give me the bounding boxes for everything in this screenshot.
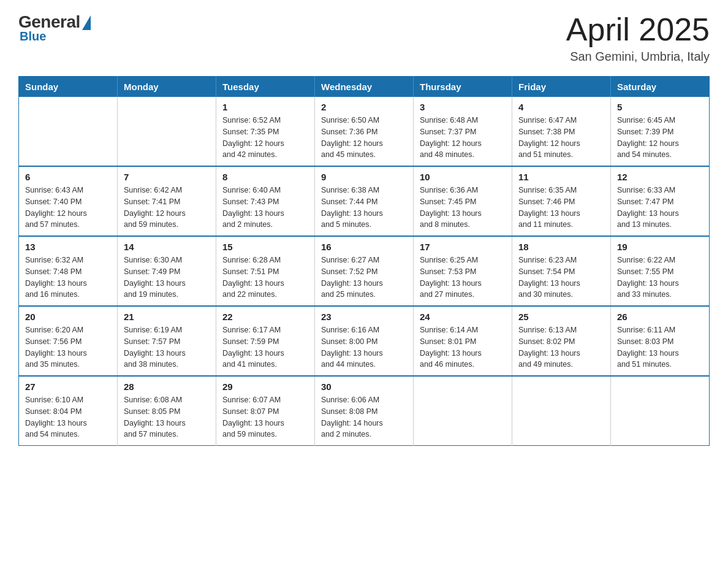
day-info: Sunrise: 6:07 AM Sunset: 8:07 PM Dayligh…	[222, 394, 308, 440]
day-info: Sunrise: 6:25 AM Sunset: 7:53 PM Dayligh…	[420, 255, 506, 301]
calendar-cell: 29Sunrise: 6:07 AM Sunset: 8:07 PM Dayli…	[216, 376, 315, 446]
location-text: San Gemini, Umbria, Italy	[566, 50, 710, 64]
day-info: Sunrise: 6:06 AM Sunset: 8:08 PM Dayligh…	[321, 394, 407, 440]
day-number: 25	[518, 312, 604, 322]
calendar-cell	[19, 97, 118, 166]
day-number: 28	[124, 381, 210, 392]
day-info: Sunrise: 6:10 AM Sunset: 8:04 PM Dayligh…	[25, 394, 111, 440]
calendar-day-header: Monday	[118, 77, 216, 98]
calendar-cell: 28Sunrise: 6:08 AM Sunset: 8:05 PM Dayli…	[118, 376, 216, 446]
day-number: 11	[518, 172, 604, 182]
calendar-cell: 25Sunrise: 6:13 AM Sunset: 8:02 PM Dayli…	[512, 306, 611, 376]
calendar-cell: 4Sunrise: 6:47 AM Sunset: 7:38 PM Daylig…	[512, 97, 611, 166]
calendar-cell: 17Sunrise: 6:25 AM Sunset: 7:53 PM Dayli…	[414, 236, 512, 306]
day-number: 3	[420, 102, 506, 112]
calendar-cell: 12Sunrise: 6:33 AM Sunset: 7:47 PM Dayli…	[611, 166, 710, 236]
day-info: Sunrise: 6:30 AM Sunset: 7:49 PM Dayligh…	[124, 255, 210, 301]
calendar-cell: 11Sunrise: 6:35 AM Sunset: 7:46 PM Dayli…	[512, 166, 611, 236]
day-number: 21	[124, 312, 210, 322]
logo-triangle-icon	[82, 15, 91, 30]
day-number: 14	[124, 242, 210, 252]
calendar-cell: 18Sunrise: 6:23 AM Sunset: 7:54 PM Dayli…	[512, 236, 611, 306]
day-number: 19	[617, 242, 703, 252]
calendar-week-row: 1Sunrise: 6:52 AM Sunset: 7:35 PM Daylig…	[19, 97, 710, 166]
day-info: Sunrise: 6:28 AM Sunset: 7:51 PM Dayligh…	[222, 255, 308, 301]
calendar-cell: 15Sunrise: 6:28 AM Sunset: 7:51 PM Dayli…	[216, 236, 315, 306]
calendar-cell: 24Sunrise: 6:14 AM Sunset: 8:01 PM Dayli…	[414, 306, 512, 376]
day-number: 13	[25, 242, 111, 252]
day-number: 29	[222, 381, 308, 392]
calendar-table: SundayMondayTuesdayWednesdayThursdayFrid…	[18, 76, 710, 446]
calendar-day-header: Tuesday	[216, 77, 315, 98]
calendar-cell: 27Sunrise: 6:10 AM Sunset: 8:04 PM Dayli…	[19, 376, 118, 446]
calendar-week-row: 13Sunrise: 6:32 AM Sunset: 7:48 PM Dayli…	[19, 236, 710, 306]
calendar-cell	[512, 376, 611, 446]
calendar-cell: 30Sunrise: 6:06 AM Sunset: 8:08 PM Dayli…	[315, 376, 414, 446]
day-number: 12	[617, 172, 703, 182]
day-info: Sunrise: 6:13 AM Sunset: 8:02 PM Dayligh…	[518, 324, 604, 370]
day-number: 27	[25, 381, 111, 392]
day-info: Sunrise: 6:38 AM Sunset: 7:44 PM Dayligh…	[321, 185, 407, 231]
day-info: Sunrise: 6:08 AM Sunset: 8:05 PM Dayligh…	[124, 394, 210, 440]
day-info: Sunrise: 6:17 AM Sunset: 7:59 PM Dayligh…	[222, 324, 308, 370]
calendar-cell: 2Sunrise: 6:50 AM Sunset: 7:36 PM Daylig…	[315, 97, 414, 166]
calendar-day-header: Sunday	[19, 77, 118, 98]
calendar-cell: 20Sunrise: 6:20 AM Sunset: 7:56 PM Dayli…	[19, 306, 118, 376]
calendar-day-header: Thursday	[414, 77, 512, 98]
day-number: 4	[518, 102, 604, 112]
day-number: 24	[420, 312, 506, 322]
day-info: Sunrise: 6:33 AM Sunset: 7:47 PM Dayligh…	[617, 185, 703, 231]
month-title: April 2025	[566, 12, 710, 47]
calendar-cell: 5Sunrise: 6:45 AM Sunset: 7:39 PM Daylig…	[611, 97, 710, 166]
calendar-cell: 19Sunrise: 6:22 AM Sunset: 7:55 PM Dayli…	[611, 236, 710, 306]
day-number: 2	[321, 102, 407, 112]
calendar-cell: 8Sunrise: 6:40 AM Sunset: 7:43 PM Daylig…	[216, 166, 315, 236]
calendar-cell: 3Sunrise: 6:48 AM Sunset: 7:37 PM Daylig…	[414, 97, 512, 166]
day-info: Sunrise: 6:11 AM Sunset: 8:03 PM Dayligh…	[617, 324, 703, 370]
day-info: Sunrise: 6:22 AM Sunset: 7:55 PM Dayligh…	[617, 255, 703, 301]
day-number: 20	[25, 312, 111, 322]
day-info: Sunrise: 6:27 AM Sunset: 7:52 PM Dayligh…	[321, 255, 407, 301]
logo-bottom-text: Blue	[20, 29, 46, 44]
day-info: Sunrise: 6:20 AM Sunset: 7:56 PM Dayligh…	[25, 324, 111, 370]
day-info: Sunrise: 6:52 AM Sunset: 7:35 PM Dayligh…	[222, 115, 308, 161]
day-info: Sunrise: 6:43 AM Sunset: 7:40 PM Dayligh…	[25, 185, 111, 231]
day-number: 10	[420, 172, 506, 182]
calendar-day-header: Friday	[512, 77, 611, 98]
day-info: Sunrise: 6:35 AM Sunset: 7:46 PM Dayligh…	[518, 185, 604, 231]
calendar-week-row: 20Sunrise: 6:20 AM Sunset: 7:56 PM Dayli…	[19, 306, 710, 376]
day-number: 6	[25, 172, 111, 182]
calendar-cell: 13Sunrise: 6:32 AM Sunset: 7:48 PM Dayli…	[19, 236, 118, 306]
day-number: 30	[321, 381, 407, 392]
calendar-cell: 7Sunrise: 6:42 AM Sunset: 7:41 PM Daylig…	[118, 166, 216, 236]
day-info: Sunrise: 6:50 AM Sunset: 7:36 PM Dayligh…	[321, 115, 407, 161]
day-info: Sunrise: 6:48 AM Sunset: 7:37 PM Dayligh…	[420, 115, 506, 161]
day-info: Sunrise: 6:32 AM Sunset: 7:48 PM Dayligh…	[25, 255, 111, 301]
day-info: Sunrise: 6:23 AM Sunset: 7:54 PM Dayligh…	[518, 255, 604, 301]
day-info: Sunrise: 6:16 AM Sunset: 8:00 PM Dayligh…	[321, 324, 407, 370]
calendar-cell	[611, 376, 710, 446]
calendar-cell: 9Sunrise: 6:38 AM Sunset: 7:44 PM Daylig…	[315, 166, 414, 236]
day-number: 9	[321, 172, 407, 182]
day-number: 17	[420, 242, 506, 252]
day-number: 23	[321, 312, 407, 322]
day-number: 15	[222, 242, 308, 252]
day-info: Sunrise: 6:40 AM Sunset: 7:43 PM Dayligh…	[222, 185, 308, 231]
calendar-week-row: 6Sunrise: 6:43 AM Sunset: 7:40 PM Daylig…	[19, 166, 710, 236]
day-number: 1	[222, 102, 308, 112]
calendar-cell: 23Sunrise: 6:16 AM Sunset: 8:00 PM Dayli…	[315, 306, 414, 376]
day-number: 16	[321, 242, 407, 252]
calendar-header-row: SundayMondayTuesdayWednesdayThursdayFrid…	[19, 77, 710, 98]
day-info: Sunrise: 6:14 AM Sunset: 8:01 PM Dayligh…	[420, 324, 506, 370]
day-number: 5	[617, 102, 703, 112]
calendar-cell: 26Sunrise: 6:11 AM Sunset: 8:03 PM Dayli…	[611, 306, 710, 376]
calendar-day-header: Saturday	[611, 77, 710, 98]
day-number: 22	[222, 312, 308, 322]
calendar-week-row: 27Sunrise: 6:10 AM Sunset: 8:04 PM Dayli…	[19, 376, 710, 446]
day-info: Sunrise: 6:36 AM Sunset: 7:45 PM Dayligh…	[420, 185, 506, 231]
calendar-cell: 10Sunrise: 6:36 AM Sunset: 7:45 PM Dayli…	[414, 166, 512, 236]
title-block: April 2025 San Gemini, Umbria, Italy	[566, 12, 710, 64]
calendar-cell: 1Sunrise: 6:52 AM Sunset: 7:35 PM Daylig…	[216, 97, 315, 166]
calendar-cell: 6Sunrise: 6:43 AM Sunset: 7:40 PM Daylig…	[19, 166, 118, 236]
calendar-cell: 21Sunrise: 6:19 AM Sunset: 7:57 PM Dayli…	[118, 306, 216, 376]
